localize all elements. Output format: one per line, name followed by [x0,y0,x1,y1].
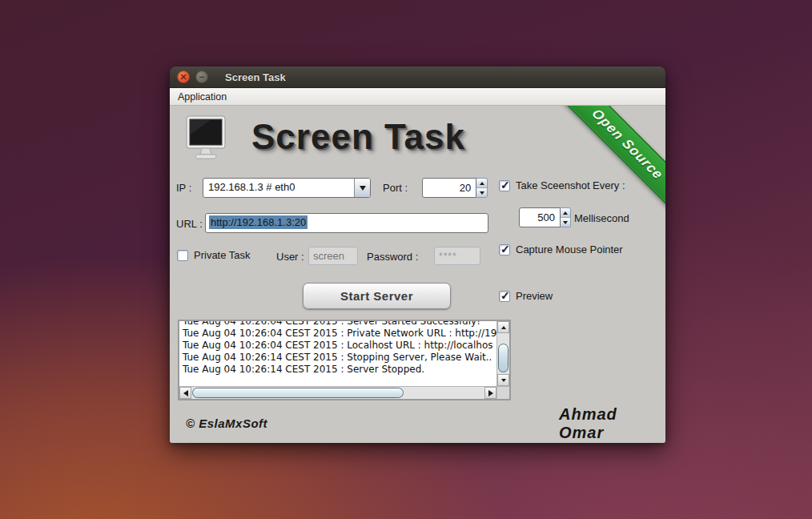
interval-spinner [519,207,571,227]
log-line: Tue Aug 04 10:26:14 CEST 2015 : Stopping… [183,352,496,364]
scroll-up-button[interactable] [497,321,509,333]
arrow-left-icon [183,390,188,396]
scrollbar-corner [496,386,509,399]
take-screenshot-label: Take Sceenshot Every : [516,179,625,191]
arrow-up-icon [563,211,568,215]
private-task-checkbox[interactable]: Private Task [177,249,251,261]
checkbox-checked-icon [499,180,510,191]
checkbox-checked-icon [499,244,510,255]
url-selected-text: http://192.168.1.3:20 [209,215,308,229]
horizontal-scroll-track[interactable] [191,387,484,399]
interval-unit-label: Mellisecond [574,212,629,224]
ip-dropdown-button[interactable] [354,179,370,197]
server-log[interactable]: Tue Aug 04 10:26:04 CEST 2015 : Server S… [178,320,511,400]
url-input[interactable]: http://192.168.1.3:20 [205,213,488,233]
interval-input[interactable] [519,207,561,227]
private-task-label: Private Task [194,249,251,261]
window-content: Open Source Screen Task IP : 192.168.1.3… [170,106,665,443]
interval-spin-down[interactable] [561,217,570,227]
scroll-right-button[interactable] [484,387,496,399]
port-input[interactable] [422,178,476,198]
vertical-scrollbar[interactable] [496,321,509,386]
vertical-scroll-track[interactable] [497,333,509,374]
arrow-down-icon [501,379,506,382]
ribbon-label: Open Source [588,106,665,182]
start-server-button[interactable]: Start Server [303,283,451,309]
chevron-down-icon [360,186,366,191]
window-title: Screen Task [225,71,286,83]
capture-mouse-label: Capture Mouse Pointer [516,243,623,255]
logo-title: Screen Task [251,117,465,157]
monitor-icon [186,115,226,160]
menu-application[interactable]: Application [170,88,235,105]
copyright-text: © EslaMxSoft [186,416,267,430]
capture-mouse-checkbox[interactable]: Capture Mouse Pointer [499,243,623,255]
password-label: Password : [367,251,418,263]
port-label: Port : [383,182,408,194]
preview-checkbox[interactable]: Preview [499,290,553,302]
password-input[interactable] [434,247,480,265]
arrow-down-icon [563,221,568,224]
horizontal-scroll-thumb[interactable] [192,388,404,398]
checkbox-checked-icon [499,291,510,302]
log-line: Tue Aug 04 10:26:04 CEST 2015 : Private … [183,328,496,340]
arrow-up-icon [480,182,484,185]
open-source-ribbon: Open Source [560,106,665,211]
arrow-down-icon [480,191,484,195]
log-lines: Tue Aug 04 10:26:04 CEST 2015 : Server S… [179,321,496,386]
ip-select[interactable]: 192.168.1.3 # eth0 [203,178,371,198]
menubar: Application [170,88,665,106]
user-input[interactable] [308,247,358,265]
take-screenshot-checkbox[interactable]: Take Sceenshot Every : [499,179,625,191]
port-spinner [422,178,488,198]
close-icon: ✕ [179,73,187,82]
url-label: URL : [176,218,203,230]
port-spin-up[interactable] [476,179,487,187]
interval-spin-buttons [561,207,571,227]
horizontal-scrollbar[interactable] [179,386,496,399]
minimize-icon: − [199,73,204,82]
close-button[interactable]: ✕ [177,70,190,83]
arrow-right-icon [488,390,493,396]
titlebar[interactable]: ✕ − Screen Task [170,66,665,88]
interval-spin-up[interactable] [561,208,570,217]
ip-selected-value: 192.168.1.3 # eth0 [203,179,354,197]
app-logo: Screen Task [186,115,465,160]
vertical-scroll-thumb[interactable] [498,344,509,372]
minimize-button[interactable]: − [195,70,208,83]
log-line: Tue Aug 04 10:26:04 CEST 2015 : Server S… [183,321,496,328]
checkbox-unchecked-icon [177,250,188,261]
preview-label: Preview [516,290,553,302]
port-spin-down[interactable] [476,187,487,197]
author-signature: Ahmad Omar [559,405,665,442]
arrow-up-icon [501,326,506,329]
ip-label: IP : [176,182,191,194]
screen-task-window: ✕ − Screen Task Application Open Source … [170,66,665,443]
log-line: Tue Aug 04 10:26:14 CEST 2015 : Server S… [183,364,496,376]
log-line: Tue Aug 04 10:26:04 CEST 2015 : Localhos… [183,340,496,352]
scroll-left-button[interactable] [179,387,191,399]
scroll-down-button[interactable] [497,374,509,386]
user-label: User : [276,251,304,263]
port-spin-buttons [476,178,488,198]
